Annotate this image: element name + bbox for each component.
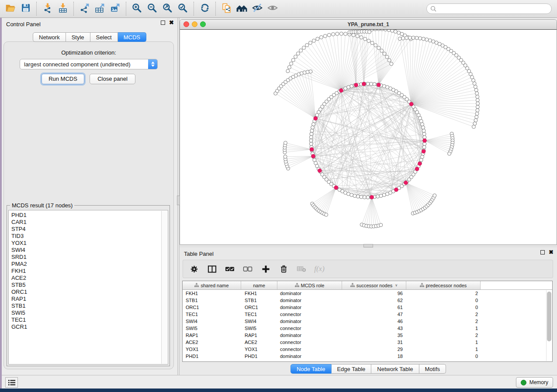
mcds-result-item[interactable]: CAR1 <box>11 219 168 226</box>
close-panel-button[interactable]: Close panel <box>90 74 135 84</box>
table-row[interactable]: ACE2ACE2connector311 <box>183 339 552 346</box>
import-network-button[interactable] <box>40 1 55 16</box>
cell-predecessor-nodes: 1 <box>406 340 481 345</box>
show-graphics-details-button[interactable] <box>265 1 280 16</box>
copy-network-view-button[interactable] <box>219 1 234 16</box>
column-header-MCDS-role[interactable]: MCDS role <box>277 281 342 289</box>
mcds-result-item[interactable]: SRD1 <box>11 254 168 261</box>
float-panel-icon[interactable] <box>161 21 165 25</box>
mcds-result-item[interactable]: ORC1 <box>11 289 168 296</box>
search-input[interactable] <box>439 6 548 12</box>
open-file-button[interactable] <box>3 1 18 16</box>
zoom-fit-button[interactable] <box>160 1 175 16</box>
tab-network[interactable]: Network <box>33 32 66 42</box>
mcds-result-list[interactable]: PHD1CAR1STP4TID3YOX1SWI4SRD1PMA2FKH1ACE2… <box>8 210 168 364</box>
table-scrollbar[interactable] <box>546 290 552 361</box>
column-header-predecessor-nodes[interactable]: predecessor nodes <box>406 281 481 289</box>
mcds-result-item[interactable]: PHD1 <box>11 212 168 219</box>
table-row[interactable]: TEC1TEC1connector472 <box>183 311 552 318</box>
mcds-result-item[interactable]: RAP1 <box>11 296 168 303</box>
delete-button[interactable] <box>279 264 288 274</box>
mcds-result-item[interactable]: STP4 <box>11 226 168 233</box>
table-row[interactable]: SWI5SWI5connector431 <box>183 325 552 332</box>
task-history-button[interactable] <box>5 377 18 388</box>
mcds-result-item[interactable]: FKH1 <box>11 268 168 275</box>
tab-select[interactable]: Select <box>90 32 118 42</box>
memory-button[interactable]: Memory <box>516 377 553 388</box>
table-row[interactable]: STB1STB1dominator620 <box>183 297 552 304</box>
cell-MCDS-role: dominator <box>277 298 342 303</box>
deselect-all-button[interactable] <box>243 264 253 274</box>
column-split-button[interactable] <box>207 264 217 274</box>
table-tab-node-table[interactable]: Node Table <box>291 364 332 374</box>
mcds-list-scrollbar[interactable] <box>161 211 167 364</box>
window-zoom-icon[interactable] <box>200 21 206 27</box>
refresh-button[interactable] <box>197 1 212 16</box>
node-table[interactable]: shared namenameMCDS rolesuccessor nodes∨… <box>182 281 553 362</box>
table-row[interactable]: SWI4SWI4dominator462 <box>183 318 552 325</box>
optimization-criterion-select[interactable]: largest connected component (undirected) <box>20 59 158 69</box>
table-scrollbar-thumb[interactable] <box>547 292 551 341</box>
show-graphics-details-icon <box>267 2 278 15</box>
table-tab-motifs[interactable]: Motifs <box>419 364 446 374</box>
table-row[interactable]: PHD1PHD1dominator180 <box>183 353 552 360</box>
select-stepper-icon <box>148 59 157 69</box>
control-panel: Control Panel ✖ NetworkStyleSelectMCDS O… <box>2 18 177 375</box>
export-image-button[interactable] <box>107 1 123 16</box>
zoom-selected-button[interactable] <box>175 1 190 16</box>
window-close-icon[interactable] <box>183 21 189 27</box>
mcds-result-item[interactable]: STB1 <box>11 303 168 309</box>
select-all-button[interactable] <box>225 264 235 274</box>
run-mcds-button[interactable]: Run MCDS <box>42 74 84 84</box>
cell-MCDS-role: dominator <box>277 291 342 296</box>
export-network-button[interactable] <box>77 1 92 16</box>
table-row[interactable]: FKH1FKH1dominator962 <box>183 290 552 297</box>
node-table-header-row: shared namenameMCDS rolesuccessor nodes∨… <box>183 281 552 290</box>
add-button[interactable] <box>261 264 270 274</box>
sitemap-icon <box>420 283 424 288</box>
cell-successor-nodes: 29 <box>342 347 406 352</box>
mcds-result-item[interactable]: GCR1 <box>11 323 168 330</box>
column-header-name[interactable]: name <box>241 281 277 289</box>
network-window-titlebar[interactable]: YPA_prune.txt_1 <box>180 20 557 29</box>
hide-graphics-details-button[interactable] <box>249 1 265 16</box>
memory-status-icon <box>521 380 526 385</box>
mcds-result-item[interactable]: YOX1 <box>11 240 168 247</box>
column-header-successor-nodes[interactable]: successor nodes∨ <box>342 281 406 289</box>
network-canvas[interactable] <box>180 29 557 245</box>
float-table-panel-icon[interactable] <box>540 250 545 254</box>
mcds-result-item[interactable]: TID3 <box>11 233 168 240</box>
close-panel-icon[interactable]: ✖ <box>169 21 174 25</box>
window-minimize-icon[interactable] <box>192 21 197 27</box>
table-tab-network-table[interactable]: Network Table <box>371 364 419 374</box>
table-tab-edge-table[interactable]: Edge Table <box>331 364 371 374</box>
table-panel: Table Panel ✖ f(x) shared namenameMCDS r… <box>180 248 557 375</box>
save-session-button[interactable] <box>18 1 33 16</box>
table-row[interactable]: YOX1YOX1connector291 <box>183 346 552 353</box>
search-box[interactable] <box>426 3 552 14</box>
cell-MCDS-role: dominator <box>277 305 342 310</box>
settings-button[interactable] <box>189 264 199 274</box>
first-neighbors-button[interactable] <box>234 1 249 16</box>
close-table-panel-icon[interactable]: ✖ <box>549 250 554 254</box>
cell-successor-nodes: 47 <box>342 312 406 317</box>
export-table-button[interactable] <box>92 1 107 16</box>
zoom-in-button[interactable] <box>129 1 145 16</box>
mcds-result-item[interactable]: PMA2 <box>11 261 168 268</box>
import-table-button[interactable] <box>55 1 70 16</box>
mcds-result-item[interactable]: SWI4 <box>11 247 168 254</box>
tab-style[interactable]: Style <box>66 32 90 42</box>
mcds-result-item[interactable]: TEC1 <box>11 316 168 323</box>
sitemap-icon <box>194 283 199 288</box>
zoom-out-button[interactable] <box>145 1 160 16</box>
mcds-result-item[interactable]: STB5 <box>11 282 168 289</box>
cell-successor-nodes: 43 <box>342 326 406 331</box>
mcds-result-item[interactable]: ACE2 <box>11 275 168 282</box>
table-row[interactable]: RAP1RAP1dominator352 <box>183 332 552 339</box>
network-view-window: YPA_prune.txt_1 <box>180 19 557 245</box>
mcds-result-item[interactable]: SWI5 <box>11 309 168 316</box>
cell-shared-name: PHD1 <box>183 354 241 359</box>
table-row[interactable]: ORC1ORC1dominator610 <box>183 304 552 311</box>
column-header-shared-name[interactable]: shared name <box>183 281 241 289</box>
tab-mcds[interactable]: MCDS <box>118 32 146 42</box>
